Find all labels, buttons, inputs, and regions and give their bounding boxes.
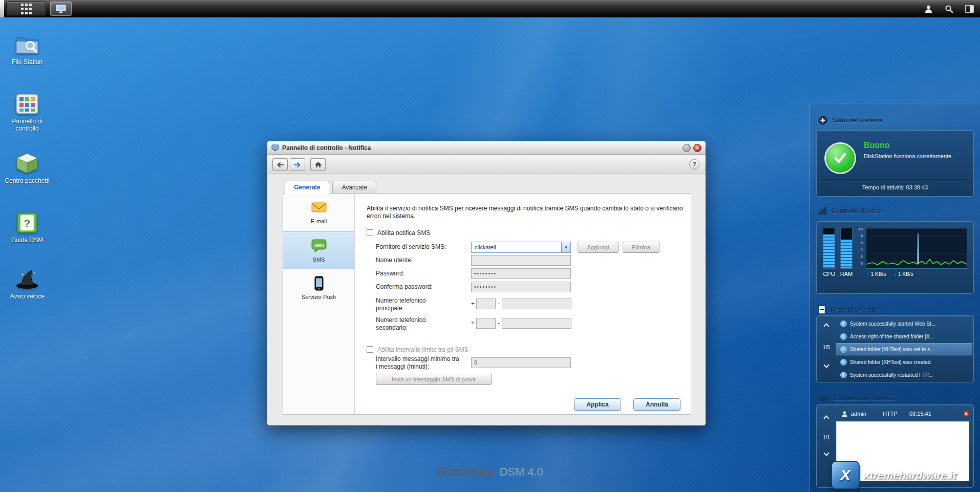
panel-scroll-down-button[interactable] [965,479,976,488]
help-glyph: ? [24,217,30,230]
desktop-icon-label: File Station [1,58,54,66]
help-button[interactable]: ? [689,159,699,169]
rate-limit-checkbox[interactable] [367,346,373,353]
phone-primary-prefix-input[interactable] [476,298,496,309]
window-titlebar[interactable]: Pannello di controllo - Notifica – ✕ [267,141,706,155]
widget-panel: Stato del sistema Buono DiskStation funz… [809,103,980,492]
apps-grid-icon [21,4,32,14]
main-menu-button[interactable] [6,2,46,16]
search-button[interactable] [942,2,955,15]
taskbar [0,0,980,17]
apply-button[interactable]: Applica [574,398,621,411]
push-service-icon [314,276,324,291]
info-icon [840,320,847,327]
sidebar-item-email[interactable]: E-mail [283,194,354,231]
phone-secondary-prefix-input[interactable] [476,318,496,329]
home-icon [314,161,322,168]
log-row[interactable]: Access right of the shared folder [X... [836,330,972,343]
desktop-icon-package-center[interactable]: Centro pacchetti [1,152,54,184]
document-icon [818,305,826,314]
widget-title: Registri recenti [830,306,875,313]
connection-row[interactable]: admin HTTP 03:15:41 [836,408,969,420]
upload-arrow-icon: ↑ [867,271,869,277]
user-menu-button[interactable] [922,2,935,15]
desktop-icon-quick-start[interactable]: Avvio veloce [1,267,54,300]
desktop-icon-control-panel[interactable]: Pannello di controllo [1,92,54,132]
dsm-help-icon: ? [16,212,38,233]
ram-label: RAM [838,271,855,277]
widget-title: Stato del sistema [832,117,883,124]
sidebar-item-label: Servizio Push [283,294,354,300]
phone-secondary-label: Numero telefonico secondario: [376,316,453,332]
tab-generale[interactable]: Generale [285,181,329,194]
phone-primary-input[interactable] [502,298,571,309]
sidebar-item-label: SMS [283,256,354,263]
window-toolbar: ? [267,155,706,174]
logs-pager: 1/5 [817,316,836,382]
chevron-down-icon: ▼ [561,242,570,252]
category-sidebar: E-mail SMS SMS Servizio Push [283,194,355,414]
ram-meter-fill [841,240,852,268]
log-row[interactable]: Shared folder [XHTest] was created. [836,356,972,369]
phone-plus-sign: + [471,300,475,307]
log-row[interactable]: System successfully restarted FTP... [836,369,972,381]
page-down-button[interactable] [823,450,829,456]
interval-input[interactable]: 0 [471,357,571,368]
logs-page-indicator: 1/5 [817,345,836,350]
connection-user: admin [851,411,883,417]
back-button[interactable] [272,158,288,171]
sidebar-item-sms[interactable]: SMS SMS [283,231,354,269]
delete-provider-button[interactable]: Elimina [623,242,659,253]
confirm-password-input[interactable]: •••••••• [471,282,571,292]
kick-connection-icon[interactable] [962,410,969,417]
close-button[interactable]: ✕ [693,144,701,152]
show-desktop-button[interactable] [50,2,72,16]
watermark: X xtremehardware.it [831,461,956,489]
cpu-meter-fill [823,234,835,268]
connection-protocol: HTTP [883,411,909,417]
back-arrow-icon [276,162,284,168]
page-down-button[interactable] [823,362,829,368]
desktop-icon-label: Guida DSM [1,237,54,244]
page-up-button[interactable] [823,415,829,421]
panel-icon [965,5,974,13]
uptime-text: Tempo di attività: 03:38:43 [817,184,973,190]
chevron-down-icon [966,479,973,486]
confirm-password-label: Conferma password: [376,283,433,290]
forward-arrow-icon [294,162,301,168]
add-provider-button[interactable]: Aggiungi [578,242,619,253]
connections-header: Connessioni correnti [818,394,895,402]
desktop-monitor-icon [56,5,66,13]
widget-panel-toggle-button[interactable] [963,2,976,15]
desktop-icon-dsm-help[interactable]: ? Guida DSM [1,211,54,244]
sidebar-item-push[interactable]: Servizio Push [283,269,354,307]
tab-avanzate[interactable]: Avanzate [332,181,376,193]
page-up-button[interactable] [823,323,829,329]
cancel-button[interactable]: Annulla [633,398,680,411]
recent-logs-box: 1/5 System successfully started Web St..… [816,315,974,382]
phone-dash-sign: - [498,300,500,307]
status-badge-icon [818,116,827,125]
password-input[interactable]: •••••••• [471,268,571,279]
download-arrow-icon: ↓ [894,271,897,277]
user-icon [841,411,848,417]
watermark-text: xtremehardware.it [864,469,956,481]
desktop-icon-file-station[interactable]: File Station [1,33,54,66]
log-row[interactable]: System successfully started Web St... [836,317,972,330]
xtremehardware-logo-icon: X [831,461,860,489]
control-panel-icon [15,93,39,115]
forward-button[interactable] [290,158,305,171]
enable-sms-checkbox[interactable] [367,229,373,236]
resource-monitor-box: CPU RAM 1086420 ↑ 1 KB/s ↓ 1 KB/s [816,221,974,294]
edge-strip [0,0,4,17]
home-button[interactable] [310,158,326,171]
info-icon [840,346,847,353]
provider-select[interactable]: clickatell ▼ [471,242,571,253]
info-icon [840,359,847,366]
minimize-button[interactable]: – [683,144,691,152]
phone-dash-sign: - [498,319,500,327]
send-test-sms-button[interactable]: Invia un messaggio SMS di prova [376,374,492,385]
log-row-selected[interactable]: Shared folder [XHTest] was set to s... [836,343,972,356]
phone-secondary-input[interactable] [502,318,571,329]
username-input[interactable] [471,255,571,266]
